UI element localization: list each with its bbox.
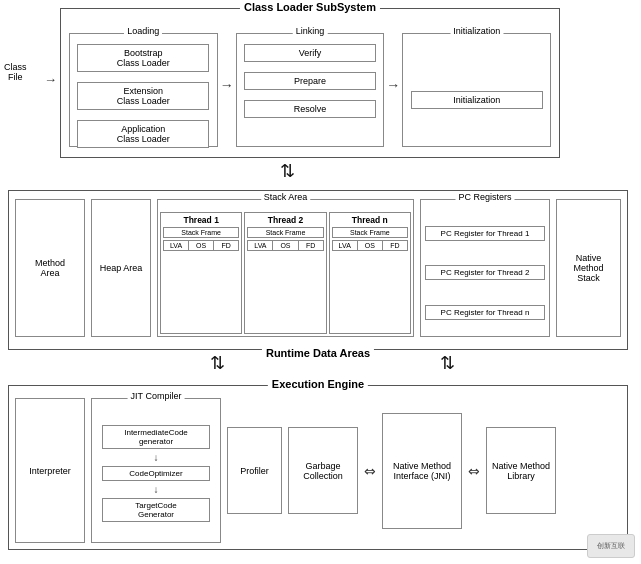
t2-fd: FD — [299, 241, 323, 250]
class-loader-subsystem: Class Loader SubSystem Loading Bootstrap… — [60, 8, 560, 158]
cls-runtime-arrows: ⇅ — [280, 162, 295, 180]
method-area: MethodArea — [15, 199, 85, 337]
garbage-collection: Garbage Collection — [288, 427, 358, 514]
thread-n-lva: LVA OS FD — [332, 240, 408, 251]
linking-section: Linking Verify Prepare Resolve — [236, 33, 385, 147]
linking-title: Linking — [293, 26, 328, 36]
watermark: 创新互联 — [587, 534, 635, 558]
runtime-data-areas: Runtime Data Areas MethodArea Heap Area … — [8, 190, 628, 350]
cls-inner: Loading BootstrapClass Loader ExtensionC… — [69, 23, 551, 147]
loading-title: Loading — [124, 26, 162, 36]
jni: Native Method Interface (JNI) — [382, 413, 462, 529]
execution-engine: Execution Engine Interpreter JIT Compile… — [8, 385, 628, 550]
pc-registers: PC Registers PC Register for Thread 1 PC… — [420, 199, 550, 337]
runtime-inner: MethodArea Heap Area Stack Area Thread 1… — [15, 199, 621, 337]
jit-target: TargetCodeGenerator — [102, 498, 210, 522]
t1-os: OS — [189, 241, 214, 250]
runtime-title: Runtime Data Areas — [262, 347, 374, 359]
linking-init-arrow: → — [384, 77, 402, 93]
init-box: Initialization — [411, 91, 543, 109]
runtime-exec-arrows-right: ⇅ — [440, 352, 455, 374]
t1-lva: LVA — [164, 241, 189, 250]
pc-thread2: PC Register for Thread 2 — [425, 265, 545, 280]
loading-section: Loading BootstrapClass Loader ExtensionC… — [69, 33, 218, 147]
thread-1-lva: LVA OS FD — [163, 240, 239, 251]
jit-compiler: JIT Compiler IntermediateCodegenerator ↓… — [91, 398, 221, 543]
thread-n-name: Thread n — [352, 215, 388, 225]
resolve-box: Resolve — [244, 100, 376, 118]
tn-lva: LVA — [333, 241, 358, 250]
application-loader: ApplicationClass Loader — [77, 120, 209, 148]
initialization-section: Initialization Initialization — [402, 33, 551, 147]
pc-threadn: PC Register for Thread n — [425, 305, 545, 320]
t2-os: OS — [273, 241, 298, 250]
native-method-library: Native Method Library — [486, 427, 556, 514]
thread-1-frame: Stack Frame — [163, 227, 239, 238]
main-container: Class File → Class Loader SubSystem Load… — [0, 0, 641, 564]
jit-intermediate: IntermediateCodegenerator — [102, 425, 210, 449]
thread-1-name: Thread 1 — [183, 215, 218, 225]
jit-arrow2: ↓ — [154, 484, 159, 495]
thread-n-col: Thread n Stack Frame LVA OS FD — [329, 212, 411, 334]
watermark-text: 创新互联 — [597, 541, 625, 551]
thread-2-name: Thread 2 — [268, 215, 303, 225]
stack-area-title: Stack Area — [261, 192, 311, 202]
stack-threads: Thread 1 Stack Frame LVA OS FD Thread 2 … — [158, 210, 413, 336]
jit-arrow1: ↓ — [154, 452, 159, 463]
prepare-box: Prepare — [244, 72, 376, 90]
jit-title: JIT Compiler — [128, 391, 185, 401]
t2-lva: LVA — [248, 241, 273, 250]
thread-2-col: Thread 2 Stack Frame LVA OS FD — [244, 212, 326, 334]
profiler: Profiler — [227, 427, 282, 514]
thread-2-frame: Stack Frame — [247, 227, 323, 238]
jit-optimizer: CodeOptimizer — [102, 466, 210, 481]
native-method-stack: NativeMethodStack — [556, 199, 621, 337]
tn-os: OS — [358, 241, 383, 250]
class-file-label: Class File — [4, 62, 27, 82]
heap-area: Heap Area — [91, 199, 151, 337]
interpreter: Interpreter — [15, 398, 85, 543]
thread-1-col: Thread 1 Stack Frame LVA OS FD — [160, 212, 242, 334]
init-title: Initialization — [450, 26, 503, 36]
jit-inner: IntermediateCodegenerator ↓ CodeOptimize… — [92, 399, 220, 542]
verify-box: Verify — [244, 44, 376, 62]
pc-thread1: PC Register for Thread 1 — [425, 226, 545, 241]
runtime-exec-arrows-left: ⇅ — [210, 352, 225, 374]
tn-fd: FD — [383, 241, 407, 250]
class-file-arrow: → — [44, 72, 57, 87]
thread-2-lva: LVA OS FD — [247, 240, 323, 251]
jni-lib-arrow: ⇔ — [468, 463, 480, 479]
thread-n-frame: Stack Frame — [332, 227, 408, 238]
bootstrap-loader: BootstrapClass Loader — [77, 44, 209, 72]
t1-fd: FD — [214, 241, 238, 250]
stack-area: Stack Area Thread 1 Stack Frame LVA OS F… — [157, 199, 414, 337]
pc-title: PC Registers — [455, 192, 514, 202]
loading-linking-arrow: → — [218, 77, 236, 93]
gc-jni-arrow: ⇔ — [364, 463, 376, 479]
extension-loader: ExtensionClass Loader — [77, 82, 209, 110]
cls-title: Class Loader SubSystem — [240, 1, 380, 13]
exec-title: Execution Engine — [268, 378, 368, 390]
exec-inner: Interpreter JIT Compiler IntermediateCod… — [15, 398, 621, 543]
